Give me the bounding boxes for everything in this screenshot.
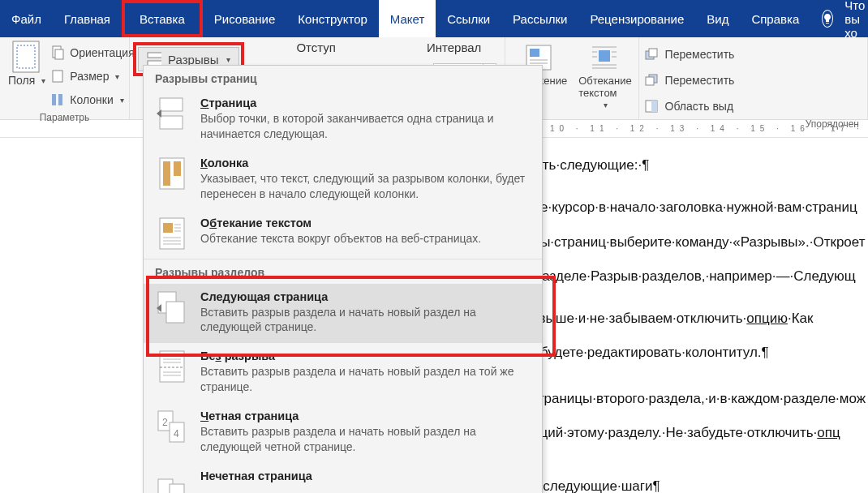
tab-design[interactable]: Конструктор	[286, 0, 379, 37]
send-backward-label: Переместить	[665, 74, 735, 87]
svg-rect-17	[651, 101, 657, 112]
send-backward-icon	[644, 73, 659, 88]
menu-item-desc: Вставить разрыв раздела и начать новый р…	[200, 424, 531, 455]
menu-item-next-page[interactable]: Следующая страница Вставить разрыв разде…	[144, 284, 542, 344]
size-icon	[50, 69, 65, 84]
doc-line: вы·будете·редактировать·колонтитул.¶	[519, 340, 868, 366]
section-odd-page-icon	[155, 469, 189, 493]
svg-rect-26	[166, 302, 184, 323]
menu-item-title: Обтекание текстом	[200, 216, 531, 229]
chevron-down-icon: ▾	[41, 76, 45, 85]
menu-item-title: Четная страница	[200, 409, 531, 422]
doc-line: етры·страниц·выберите·команду·«Разрывы».…	[519, 229, 868, 255]
size-label: Размер	[70, 70, 109, 83]
section-continuous-icon	[155, 349, 189, 384]
doc-line: вите·курсор·в·начало·заголовка·нужной·ва…	[519, 195, 868, 221]
doc-line: но·выше·и·не·забываем·отключить·опцию·Ка…	[519, 306, 868, 332]
menu-item-column[interactable]: Колонка Указывает, что текст, следующий …	[144, 150, 542, 210]
doc-line: ьте·следующие·шаги¶	[519, 474, 868, 493]
ribbon-tabs: Файл Главная Вставка Рисование Конструкт…	[0, 0, 868, 37]
spacing-head: Интервал	[427, 41, 496, 54]
svg-rect-24	[163, 223, 173, 233]
group-label-page-setup: Параметрь	[8, 110, 121, 123]
wrap-button[interactable]: Обтекание текстом ▾	[578, 44, 631, 109]
tab-file[interactable]: Файл	[0, 0, 53, 37]
textwrap-break-icon	[155, 216, 189, 251]
svg-rect-4	[53, 71, 62, 82]
chevron-down-icon: ▾	[115, 72, 119, 81]
menu-item-page[interactable]: Страница Выбор точки, в которой заканчив…	[144, 90, 542, 150]
svg-rect-7	[148, 53, 161, 58]
svg-rect-3	[55, 49, 63, 59]
margins-icon	[12, 41, 41, 70]
tab-review[interactable]: Рецензирование	[578, 0, 695, 37]
doc-line: лнить·следующие:·¶	[519, 152, 868, 178]
menu-item-odd-page[interactable]: Нечетная страница	[144, 463, 542, 493]
tab-home[interactable]: Главная	[53, 0, 122, 37]
bring-forward-button[interactable]: Переместить	[644, 44, 859, 65]
breaks-dropdown: Разрывы страниц Страница Выбор точки, в …	[143, 65, 543, 493]
group-page-setup: Поля▾ Ориентация▾ Размер▾ Колонки▾ Парам…	[0, 37, 130, 119]
menu-item-desc: Вставить разрыв раздела и начать новый р…	[200, 364, 531, 395]
menu-item-title: Без разрыва	[200, 349, 531, 362]
doc-line: ующий·этому·разделу.·Не·забудьте·отключи…	[519, 420, 868, 446]
menu-section-sections: Разрывы разделов	[144, 259, 542, 284]
selection-pane-label: Область выд	[665, 100, 734, 113]
svg-rect-33	[170, 484, 184, 493]
selection-pane-button[interactable]: Область выд	[644, 96, 859, 117]
menu-item-title: Следующая страница	[200, 290, 531, 303]
wrap-label: Обтекание текстом	[578, 75, 631, 99]
svg-rect-11	[599, 50, 610, 62]
margins-button[interactable]: Поля▾	[8, 70, 45, 91]
group-arrange: Переместить Переместить Область выд Упор…	[639, 37, 868, 119]
selection-pane-icon	[644, 99, 659, 114]
menu-item-textwrap[interactable]: Обтекание текстом Обтекание текста вокру…	[144, 210, 542, 259]
menu-item-title: Нечетная страница	[200, 469, 531, 482]
menu-item-title: Страница	[200, 96, 531, 109]
doc-line: й·страницы·второго·раздела,·и·в·каждом·р…	[519, 386, 868, 412]
tab-draw[interactable]: Рисование	[203, 0, 287, 37]
bring-forward-icon	[644, 47, 659, 62]
tell-me[interactable]: Что вы хо	[810, 0, 868, 37]
columns-icon	[50, 92, 65, 107]
column-break-icon	[155, 156, 189, 191]
tab-help[interactable]: Справка	[740, 0, 810, 37]
page-break-icon	[155, 96, 189, 131]
svg-rect-5	[52, 94, 56, 105]
doc-line: е.·разделе·Разрыв·разделов,·например·—·С…	[519, 264, 868, 289]
svg-text:4: 4	[174, 428, 179, 439]
tell-me-label: Что вы хо	[844, 0, 868, 40]
section-next-page-icon	[155, 290, 189, 324]
breaks-label: Разрывы	[168, 53, 218, 66]
tab-insert[interactable]: Вставка	[122, 0, 203, 37]
svg-rect-15	[646, 77, 654, 85]
menu-item-title: Колонка	[200, 156, 531, 169]
menu-item-even-page[interactable]: 24 Четная страница Вставить разрыв разде…	[144, 403, 542, 463]
menu-item-desc: Обтекание текста вокруг объектов на веб-…	[200, 231, 531, 246]
indent-head: Отступ	[296, 41, 336, 54]
margins-label: Поля	[8, 74, 35, 87]
svg-rect-22	[174, 161, 181, 176]
svg-rect-10	[530, 49, 539, 57]
tab-view[interactable]: Вид	[695, 0, 740, 37]
orientation-label: Ориентация	[70, 46, 134, 59]
menu-section-pages: Разрывы страниц	[144, 66, 542, 90]
send-backward-button[interactable]: Переместить	[644, 70, 859, 91]
lightbulb-icon	[822, 10, 833, 28]
bring-forward-label: Переместить	[665, 48, 735, 61]
svg-rect-13	[649, 49, 657, 57]
section-even-page-icon: 24	[155, 409, 189, 444]
wrap-icon	[591, 44, 620, 73]
tab-mailings[interactable]: Рассылки	[501, 0, 578, 37]
columns-label: Колонки	[70, 93, 113, 106]
tab-layout[interactable]: Макет	[379, 0, 436, 37]
svg-text:2: 2	[162, 417, 168, 428]
svg-rect-19	[160, 116, 183, 129]
menu-item-desc: Выбор точки, в которой заканчивается одн…	[200, 111, 531, 142]
menu-item-desc: Указывает, что текст, следующий за разры…	[200, 171, 531, 202]
svg-rect-6	[58, 94, 62, 105]
tab-references[interactable]: Ссылки	[436, 0, 501, 37]
menu-item-continuous[interactable]: Без разрыва Вставить разрыв раздела и на…	[144, 343, 542, 403]
chevron-down-icon: ▾	[226, 55, 230, 64]
menu-item-desc: Вставить разрыв раздела и начать новый р…	[200, 305, 531, 336]
